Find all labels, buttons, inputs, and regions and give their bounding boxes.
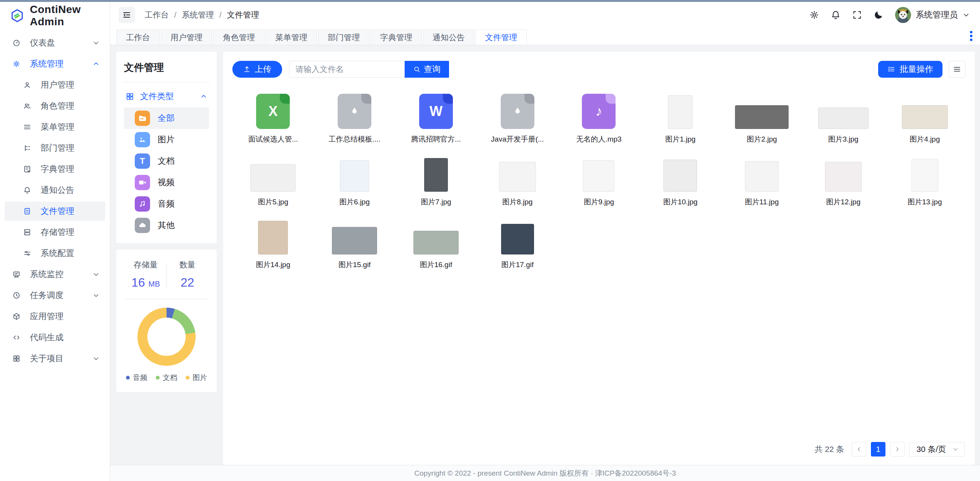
app-logo[interactable]: ContiNew Admin [0, 2, 110, 29]
file-item[interactable]: 图片14.jpg [232, 216, 314, 270]
file-type-section-header[interactable]: 文件类型 [124, 91, 209, 102]
file-item[interactable]: ♪ 无名的人.mp3 [558, 91, 640, 144]
chevron-down-icon [92, 39, 100, 47]
page-size-select[interactable]: 30 条/页 [909, 442, 965, 457]
file-item[interactable]: 工作总结模板.... [314, 91, 395, 144]
breadcrumb-item[interactable]: 文件管理 [227, 10, 259, 20]
tab-角色管理[interactable]: 角色管理 [213, 29, 265, 45]
sidebar-item-关于项目[interactable]: 关于项目 [5, 349, 105, 368]
file-type-全部[interactable]: 全部 [124, 108, 209, 129]
file-item[interactable]: 图片7.jpg [395, 153, 477, 207]
file-item[interactable]: 图片6.jpg [314, 153, 395, 207]
sidebar-item-用户管理[interactable]: 用户管理 [5, 75, 105, 95]
tab-文件管理[interactable]: 文件管理 [475, 29, 527, 45]
file-item[interactable]: Java开发手册(... [477, 91, 558, 144]
word-file-icon: W [419, 94, 453, 129]
sidebar-item-部门管理[interactable]: 部门管理 [5, 139, 105, 158]
file-item[interactable]: 图片10.jpg [640, 153, 721, 207]
tab-工作台[interactable]: 工作台 [116, 29, 160, 45]
sidebar-item-系统配置[interactable]: 系统配置 [5, 244, 105, 263]
settings-gear-icon[interactable] [809, 10, 819, 20]
legend-label: 图片 [193, 373, 207, 383]
file-item[interactable]: 图片3.jpg [802, 91, 884, 144]
sidebar-item-系统监控[interactable]: 系统监控 [5, 265, 105, 284]
search-input[interactable] [289, 61, 405, 78]
sidebar-item-仪表盘[interactable]: 仪表盘 [5, 33, 105, 52]
view-toggle-button[interactable] [949, 61, 965, 78]
menu-lines-icon [23, 122, 32, 132]
legend-item-文档[interactable]: 文档 [156, 373, 177, 383]
file-type-其他[interactable]: 其他 [124, 215, 209, 236]
tab-通知公告[interactable]: 通知公告 [423, 29, 474, 45]
file-item[interactable]: 图片9.jpg [558, 153, 640, 207]
file-item[interactable]: X 面试候选人管... [232, 91, 314, 144]
dark-mode-moon-icon[interactable] [874, 10, 884, 20]
collapse-sidebar-button[interactable] [119, 7, 135, 23]
legend-item-图片[interactable]: 图片 [186, 373, 207, 383]
sidebar-item-label: 部门管理 [41, 142, 92, 154]
prev-page-button[interactable] [852, 442, 866, 457]
breadcrumb-item[interactable]: 工作台 [145, 10, 169, 20]
user-menu[interactable]: 系统管理员 [895, 7, 970, 23]
tab-部门管理[interactable]: 部门管理 [318, 29, 369, 45]
tabbar: 工作台用户管理角色管理菜单管理部门管理字典管理通知公告文件管理 [110, 28, 980, 45]
query-button[interactable]: 查询 [405, 61, 449, 78]
tab-用户管理[interactable]: 用户管理 [161, 29, 212, 45]
file-item[interactable]: 图片17.gif [477, 216, 558, 270]
file-item[interactable]: 图片4.jpg [884, 91, 965, 144]
sidebar-item-存储管理[interactable]: 存储管理 [5, 223, 105, 242]
file-type-视频[interactable]: 视频 [124, 172, 209, 193]
file-type-文档[interactable]: T 文档 [124, 150, 209, 172]
sidebar-item-文件管理[interactable]: 文件管理 [5, 202, 105, 221]
legend-item-音频[interactable]: 音频 [126, 373, 147, 383]
next-page-button[interactable] [890, 442, 905, 457]
file-item[interactable]: 图片13.jpg [884, 153, 965, 207]
toolbar: 上传 查询 批量操作 [232, 61, 965, 78]
notification-bell-icon[interactable] [831, 10, 841, 20]
fullscreen-icon[interactable] [852, 10, 862, 20]
sidebar-item-任务调度[interactable]: 任务调度 [5, 286, 105, 305]
chevron-down-icon [92, 270, 100, 279]
file-name: 图片6.jpg [340, 197, 370, 207]
file-item[interactable]: 图片8.jpg [477, 153, 558, 207]
breadcrumb-item[interactable]: 系统管理 [182, 10, 214, 20]
tab-more-icon[interactable] [968, 31, 975, 45]
file-item[interactable]: 图片11.jpg [721, 153, 803, 207]
sidebar-item-通知公告[interactable]: 通知公告 [5, 181, 105, 200]
text-doc-icon: T [135, 153, 150, 169]
storage-label: 存储量 [125, 259, 167, 270]
file-item[interactable]: 图片5.jpg [232, 153, 314, 207]
sidebar-item-角色管理[interactable]: 角色管理 [5, 96, 105, 116]
file-type-音频[interactable]: 音频 [124, 193, 209, 215]
sidebar-item-菜单管理[interactable]: 菜单管理 [5, 117, 105, 137]
sidebar-item-应用管理[interactable]: 应用管理 [5, 307, 105, 326]
upload-button[interactable]: 上传 [232, 61, 282, 78]
avatar [895, 7, 911, 23]
file-type-panel: 文件管理 文件类型 全部 图片T 文档 [116, 52, 217, 243]
sidebar-item-代码生成[interactable]: 代码生成 [5, 328, 105, 347]
file-item[interactable]: 图片12.jpg [802, 153, 884, 207]
file-item[interactable]: 图片2.jpg [721, 91, 803, 144]
sidebar-item-字典管理[interactable]: 字典管理 [5, 160, 105, 179]
code-icon [12, 333, 21, 342]
batch-operation-button[interactable]: 批量操作 [878, 61, 942, 78]
image-thumbnail [735, 105, 789, 129]
file-type-section-label: 文件类型 [140, 91, 200, 102]
file-type-donut-chart [137, 308, 196, 366]
tab-字典管理[interactable]: 字典管理 [371, 29, 422, 45]
sidebar-item-系统管理[interactable]: 系统管理 [5, 54, 105, 73]
file-item[interactable]: W 腾讯招聘官方... [395, 91, 477, 144]
image-thumbnail [911, 159, 938, 192]
count-label: 数量 [167, 259, 208, 270]
tab-菜单管理[interactable]: 菜单管理 [266, 29, 317, 45]
file-type-图片[interactable]: 图片 [124, 129, 209, 150]
monitor-icon [12, 270, 21, 279]
file-icon [23, 207, 32, 216]
file-item[interactable]: 图片1.jpg [640, 91, 721, 144]
cloud-icon [135, 218, 150, 233]
file-name: 图片12.jpg [826, 197, 861, 207]
file-item[interactable]: 图片16.gif [395, 216, 477, 270]
server-icon [23, 228, 32, 237]
page-1-button[interactable]: 1 [871, 442, 885, 457]
file-item[interactable]: 图片15.gif [314, 216, 395, 270]
